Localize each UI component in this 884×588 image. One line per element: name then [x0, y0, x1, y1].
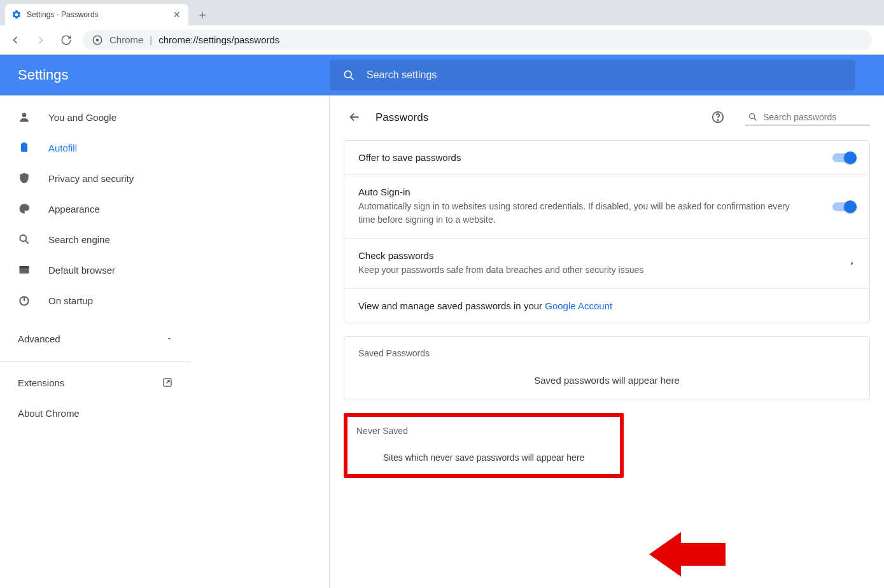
- sidebar-item-label: Search engine: [48, 234, 110, 245]
- power-icon: [18, 294, 31, 307]
- sidebar-extensions[interactable]: Extensions: [0, 367, 191, 398]
- search-icon: [18, 233, 31, 246]
- sidebar-item-privacy[interactable]: Privacy and security: [0, 163, 329, 193]
- auto-signin-row: Auto Sign-in Automatically sign in to we…: [344, 174, 869, 238]
- svg-rect-8: [20, 266, 29, 268]
- person-icon: [18, 111, 31, 123]
- saved-passwords-card: Saved Passwords Saved passwords will app…: [344, 336, 870, 400]
- palette-icon: [18, 202, 31, 215]
- never-saved-card: Never Saved Sites which never save passw…: [344, 413, 624, 478]
- auto-signin-toggle[interactable]: [832, 202, 855, 211]
- sidebar-item-label: On startup: [48, 295, 93, 306]
- sidebar-item-label: Appearance: [48, 204, 100, 214]
- extensions-label: Extensions: [18, 377, 64, 388]
- sidebar-item-default-browser[interactable]: Default browser: [0, 255, 329, 285]
- sidebar-item-on-startup[interactable]: On startup: [0, 285, 329, 316]
- svg-marker-14: [649, 532, 726, 577]
- search-placeholder: Search settings: [367, 69, 437, 81]
- google-account-link[interactable]: Google Account: [545, 300, 612, 311]
- svg-rect-4: [21, 143, 27, 151]
- svg-point-13: [750, 113, 755, 118]
- reload-button[interactable]: [57, 31, 75, 49]
- never-saved-empty: Sites which never save passwords will ap…: [347, 436, 620, 474]
- search-settings[interactable]: Search settings: [330, 60, 855, 90]
- help-icon[interactable]: [711, 110, 726, 125]
- site-info-icon[interactable]: [92, 34, 103, 46]
- browser-icon: [18, 263, 31, 276]
- page-title: Passwords: [375, 111, 698, 124]
- svg-point-6: [20, 235, 26, 241]
- search-icon: [342, 69, 355, 81]
- saved-passwords-empty: Saved passwords will appear here: [344, 358, 869, 400]
- svg-rect-5: [23, 143, 26, 144]
- settings-title: Settings: [18, 67, 330, 83]
- chevron-down-icon: [165, 335, 173, 342]
- browser-tab[interactable]: Settings - Passwords ✕: [5, 4, 188, 25]
- svg-point-3: [22, 113, 27, 117]
- auto-signin-label: Auto Sign-in: [358, 186, 832, 197]
- chevron-right-icon: [849, 260, 855, 267]
- search-icon: [748, 112, 758, 122]
- never-saved-title: Never Saved: [347, 417, 620, 436]
- browser-toolbar: Chrome | chrome://settings/passwords: [0, 25, 884, 55]
- sidebar-item-label: Default browser: [48, 265, 115, 276]
- gear-icon: [11, 10, 22, 20]
- settings-header: Settings Search settings: [0, 55, 884, 95]
- offer-save-row: Offer to save passwords: [344, 141, 869, 174]
- tab-strip: Settings - Passwords ✕ ＋: [0, 0, 884, 25]
- sidebar-item-appearance[interactable]: Appearance: [0, 193, 329, 224]
- sidebar-item-search-engine[interactable]: Search engine: [0, 224, 329, 255]
- auto-signin-desc: Automatically sign in to websites using …: [358, 200, 791, 227]
- open-external-icon: [162, 377, 173, 388]
- offer-save-label: Offer to save passwords: [358, 152, 832, 163]
- search-passwords-input[interactable]: [763, 112, 865, 122]
- address-bar[interactable]: Chrome | chrome://settings/passwords: [83, 30, 872, 50]
- sidebar-item-autofill[interactable]: Autofill: [0, 132, 329, 163]
- check-passwords-label: Check passwords: [358, 250, 849, 261]
- about-label: About Chrome: [18, 408, 80, 419]
- saved-passwords-title: Saved Passwords: [344, 337, 869, 358]
- omnibox-scheme: Chrome: [109, 34, 143, 45]
- tab-title: Settings - Passwords: [27, 10, 167, 19]
- page-header: Passwords: [344, 95, 870, 140]
- sidebar-about[interactable]: About Chrome: [0, 398, 191, 428]
- sidebar-item-label: Privacy and security: [48, 173, 134, 184]
- check-passwords-row[interactable]: Check passwords Keep your passwords safe…: [344, 238, 869, 288]
- clipboard-icon: [18, 141, 31, 154]
- sidebar-advanced[interactable]: Advanced: [0, 323, 191, 354]
- advanced-label: Advanced: [18, 333, 60, 344]
- manage-passwords-row: View and manage saved passwords in your …: [344, 288, 869, 323]
- close-tab-icon[interactable]: ✕: [172, 10, 182, 20]
- passwords-card: Offer to save passwords Auto Sign-in Aut…: [344, 140, 870, 323]
- forward-button[interactable]: [32, 31, 50, 49]
- sidebar-item-you-and-google[interactable]: You and Google: [0, 102, 329, 132]
- sidebar: You and Google Autofill Privacy and secu…: [0, 95, 330, 588]
- offer-save-toggle[interactable]: [832, 153, 855, 162]
- back-button[interactable]: [6, 31, 24, 49]
- shield-icon: [18, 172, 31, 185]
- new-tab-button[interactable]: ＋: [193, 6, 211, 24]
- main-content: Passwords Offer to save passwords Auto S…: [330, 95, 884, 588]
- omnibox-url: chrome://settings/passwords: [158, 34, 279, 45]
- sidebar-item-label: Autofill: [48, 143, 77, 153]
- sidebar-item-label: You and Google: [48, 112, 116, 123]
- sidebar-divider: [0, 361, 191, 362]
- search-passwords[interactable]: [745, 111, 870, 125]
- svg-point-2: [344, 71, 351, 78]
- svg-point-1: [96, 38, 99, 41]
- svg-point-12: [717, 120, 718, 120]
- page-back-button[interactable]: [347, 110, 363, 125]
- check-passwords-desc: Keep your passwords safe from data breac…: [358, 263, 791, 277]
- annotation-arrow: [649, 529, 726, 580]
- omnibox-separator: |: [150, 34, 152, 45]
